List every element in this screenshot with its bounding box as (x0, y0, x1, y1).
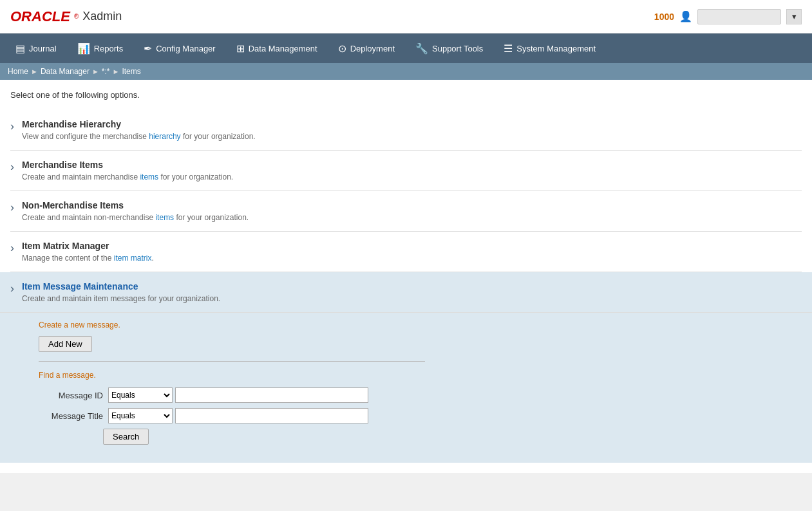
form-operator-message-title[interactable]: EqualsContainsStarts With (108, 408, 173, 423)
nav-item-reports[interactable]: 📊Reports (67, 33, 134, 63)
oracle-logo-text: ORACLE (10, 8, 70, 25)
add-new-button[interactable]: Add New (39, 336, 92, 352)
nav-item-journal[interactable]: ▤Journal (5, 33, 67, 63)
app-name: Xadmin (82, 10, 122, 23)
form-row-message-id: Message IDEqualsContainsStarts With (39, 387, 773, 403)
breadcrumb-item-0[interactable]: Home (8, 67, 28, 76)
menu-item-desc-item-message-maintenance: Create and maintain item messages for yo… (22, 294, 802, 303)
header-right: 1000 👤 ▾ (654, 9, 802, 24)
form-input-message-id[interactable] (175, 387, 368, 403)
menu-item-content-merchandise-hierarchy: Merchandise HierarchyView and configure … (22, 119, 802, 141)
form-label-message-title: Message Title (39, 411, 103, 421)
nav-icon-system-management: ☰ (504, 42, 513, 55)
menu-item-content-non-merchandise-items: Non-Merchandise ItemsCreate and maintain… (22, 200, 802, 222)
nav-icon-config-manager: ✒ (144, 42, 152, 55)
nav-label-support-tools: Support Tools (432, 44, 483, 53)
menu-item-title-item-matrix-manager: Item Matrix Manager (22, 241, 802, 251)
menu-item-content-item-message-maintenance: Item Message MaintenanceCreate and maint… (22, 281, 802, 303)
chevron-icon-merchandise-hierarchy: › (10, 120, 14, 133)
navbar: ▤Journal📊Reports✒Config Manager⊞Data Man… (0, 33, 812, 63)
menu-item-item-message-maintenance[interactable]: ›Item Message MaintenanceCreate and main… (0, 272, 812, 313)
menu-item-link-item-matrix-manager[interactable]: item matrix (114, 254, 152, 263)
menu-item-title-item-message-maintenance: Item Message Maintenance (22, 281, 802, 292)
menu-item-link-non-merchandise-items[interactable]: items (155, 213, 174, 222)
breadcrumb: Home ► Data Manager ► *:* ► Items (0, 63, 812, 80)
user-field (697, 9, 781, 24)
chevron-icon-non-merchandise-items: › (10, 201, 14, 214)
breadcrumb-item-3: Items (122, 67, 140, 76)
instruction-text: Select one of the following options. (10, 90, 802, 100)
menu-item-merchandise-hierarchy[interactable]: ›Merchandise HierarchyView and configure… (10, 110, 802, 151)
menu-item-non-merchandise-items[interactable]: ›Non-Merchandise ItemsCreate and maintai… (10, 191, 802, 232)
chevron-icon-item-message-maintenance: › (10, 282, 14, 295)
chevron-icon-merchandise-items: › (10, 160, 14, 174)
menu-item-desc-merchandise-items: Create and maintain merchandise items fo… (22, 172, 802, 181)
form-label-message-id: Message ID (39, 391, 103, 400)
form-operator-message-id[interactable]: EqualsContainsStarts With (108, 387, 173, 403)
nav-item-deployment[interactable]: ⊙Deployment (328, 33, 405, 63)
chevron-icon-item-matrix-manager: › (10, 241, 14, 255)
nav-label-data-management: Data Management (249, 44, 317, 53)
nav-icon-journal: ▤ (15, 42, 25, 55)
content: Select one of the following options. ›Me… (0, 80, 812, 473)
create-label: Create a new message. (39, 321, 773, 330)
menu-item-desc-merchandise-hierarchy: View and configure the merchandise hiera… (22, 132, 802, 141)
logo: ORACLE ® Xadmin (10, 8, 122, 25)
menu-item-content-merchandise-items: Merchandise ItemsCreate and maintain mer… (22, 160, 802, 181)
menu-list: ›Merchandise HierarchyView and configure… (10, 110, 802, 463)
nav-label-system-management: System Management (516, 44, 596, 53)
nav-label-deployment: Deployment (350, 44, 395, 53)
expanded-section: Create a new message.Add NewFind a messa… (0, 313, 812, 463)
section-divider (39, 361, 425, 362)
header: ORACLE ® Xadmin 1000 👤 ▾ (0, 0, 812, 33)
breadcrumb-item-2[interactable]: *:* (102, 67, 110, 76)
user-icon: 👤 (679, 10, 692, 23)
menu-item-title-merchandise-items: Merchandise Items (22, 160, 802, 170)
search-button[interactable]: Search (103, 429, 149, 445)
nav-item-support-tools[interactable]: 🔧Support Tools (405, 33, 493, 63)
menu-item-link-merchandise-items[interactable]: items (140, 172, 158, 181)
menu-item-desc-item-matrix-manager: Manage the content of the item matrix. (22, 254, 802, 263)
menu-item-desc-non-merchandise-items: Create and maintain non-merchandise item… (22, 213, 802, 222)
form-input-message-title[interactable] (175, 408, 368, 423)
breadcrumb-sep-2: ► (113, 68, 120, 75)
breadcrumb-sep-0: ► (31, 68, 38, 75)
nav-icon-reports: 📊 (77, 42, 90, 55)
form-row-message-title: Message TitleEqualsContainsStarts With (39, 408, 773, 423)
nav-label-config-manager: Config Manager (156, 44, 216, 53)
nav-icon-data-management: ⊞ (236, 42, 245, 55)
header-dropdown-arrow[interactable]: ▾ (786, 9, 802, 24)
nav-item-data-management[interactable]: ⊞Data Management (226, 33, 328, 63)
menu-item-title-non-merchandise-items: Non-Merchandise Items (22, 200, 802, 210)
nav-item-system-management[interactable]: ☰System Management (493, 33, 606, 63)
breadcrumb-item-1[interactable]: Data Manager (41, 67, 90, 76)
breadcrumb-sep-1: ► (92, 68, 99, 75)
nav-icon-support-tools: 🔧 (415, 42, 428, 55)
menu-item-item-matrix-manager[interactable]: ›Item Matrix ManagerManage the content o… (10, 232, 802, 272)
search-row: Search (39, 429, 773, 445)
find-label: Find a message. (39, 371, 773, 380)
menu-item-content-item-matrix-manager: Item Matrix ManagerManage the content of… (22, 241, 802, 263)
user-id: 1000 (654, 12, 674, 22)
nav-item-config-manager[interactable]: ✒Config Manager (133, 33, 226, 63)
menu-item-link-merchandise-hierarchy[interactable]: hierarchy (149, 132, 180, 141)
menu-item-merchandise-items[interactable]: ›Merchandise ItemsCreate and maintain me… (10, 151, 802, 191)
nav-icon-deployment: ⊙ (338, 42, 346, 55)
nav-label-reports: Reports (94, 44, 124, 53)
nav-label-journal: Journal (29, 44, 57, 53)
menu-item-title-merchandise-hierarchy: Merchandise Hierarchy (22, 119, 802, 129)
